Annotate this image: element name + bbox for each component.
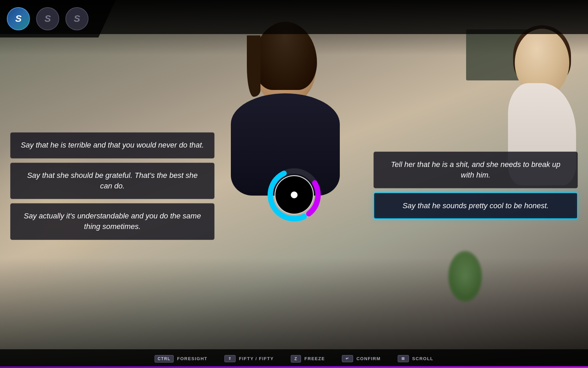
- logo-panel: S S S: [0, 0, 116, 37]
- label-fifty-fifty: FIFTY / FIFTY: [239, 356, 274, 361]
- label-confirm: CONFIRM: [356, 356, 381, 361]
- logo-icon-1[interactable]: S: [7, 7, 30, 30]
- logo-icon-3[interactable]: S: [65, 7, 89, 30]
- control-confirm[interactable]: ↵ CONFIRM: [342, 355, 381, 362]
- top-bar: S S S: [0, 0, 588, 34]
- choices-right-panel: Tell her that he is a shit, and she need…: [374, 152, 578, 219]
- control-fifty-fifty: ⇧ FIFTY / FIFTY: [224, 355, 274, 362]
- logo-icon-2[interactable]: S: [36, 7, 59, 30]
- key-shift: ⇧: [224, 355, 236, 362]
- purple-accent-bar: [0, 366, 588, 368]
- choice-wheel: [267, 168, 321, 222]
- control-scroll[interactable]: ⊞ SCROLL: [398, 355, 433, 362]
- key-z: Z: [291, 355, 301, 363]
- choice-left-2[interactable]: Say that she should be grateful. That's …: [10, 163, 214, 199]
- label-foresight: FORESIGHT: [177, 356, 207, 361]
- choices-left-panel: Say that he is terrible and that you wou…: [10, 132, 214, 240]
- bottom-control-bar: CTRL FORESIGHT ⇧ FIFTY / FIFTY Z FREEZE …: [0, 349, 588, 368]
- label-scroll: SCROLL: [412, 356, 433, 361]
- wheel-center-dot: [291, 191, 298, 198]
- wheel-inner-circle: [274, 175, 314, 215]
- plant-prop: [448, 251, 482, 302]
- key-scroll: ⊞: [398, 355, 409, 362]
- label-freeze: FREEZE: [304, 356, 325, 361]
- control-foresight: CTRL FORESIGHT: [155, 355, 207, 363]
- choice-left-3[interactable]: Say actually it's understandable and you…: [10, 203, 214, 240]
- key-ctrl: CTRL: [155, 355, 174, 363]
- key-enter: ↵: [342, 355, 353, 362]
- choice-right-2[interactable]: Say that he sounds pretty cool to be hon…: [374, 192, 578, 219]
- control-freeze: Z FREEZE: [291, 355, 325, 363]
- choice-left-1[interactable]: Say that he is terrible and that you wou…: [10, 132, 214, 158]
- choice-right-1[interactable]: Tell her that he is a shit, and she need…: [374, 152, 578, 188]
